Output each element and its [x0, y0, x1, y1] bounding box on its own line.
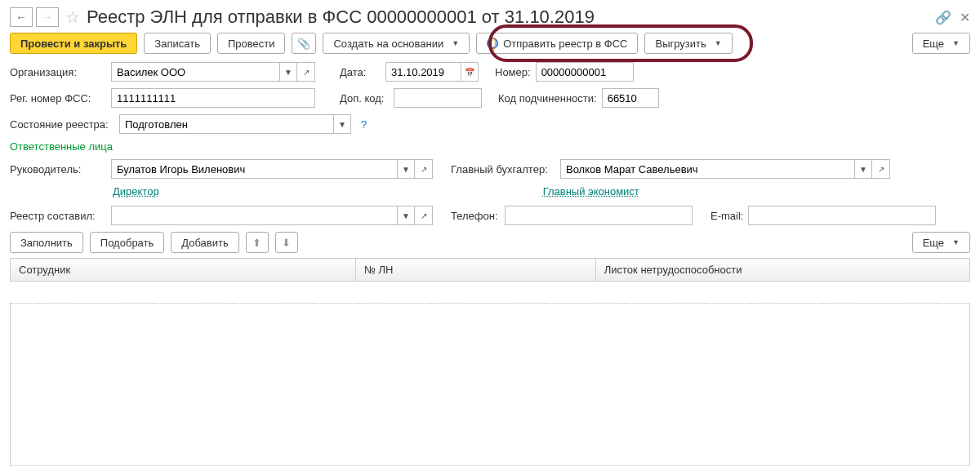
dop-code-label: Доп. код:: [340, 92, 389, 104]
open-icon[interactable]: ↗: [415, 159, 433, 179]
column-sick-leave[interactable]: Листок нетрудоспособности: [595, 259, 969, 282]
attach-button[interactable]: 📎: [292, 33, 316, 54]
phone-input[interactable]: [505, 206, 693, 225]
head-position-link[interactable]: Директор: [113, 185, 159, 198]
number-label: Номер:: [495, 66, 531, 78]
organization-input[interactable]: [111, 62, 279, 82]
dropdown-icon[interactable]: ▼: [397, 206, 415, 225]
create-based-label: Создать на основании: [333, 38, 443, 50]
add-button[interactable]: Добавить: [171, 232, 238, 253]
chevron-down-icon: ▼: [715, 39, 722, 47]
chevron-down-icon: ▼: [952, 238, 960, 246]
send-fss-label: Отправить реестр в ФСС: [503, 38, 627, 50]
dropdown-icon[interactable]: ▼: [854, 159, 872, 179]
head-input[interactable]: [111, 159, 397, 179]
column-ln-number[interactable]: № ЛН: [356, 259, 596, 282]
save-button[interactable]: Записать: [144, 33, 211, 54]
column-employee[interactable]: Сотрудник: [11, 259, 356, 282]
date-input[interactable]: [385, 62, 461, 82]
table-more-label: Еще: [923, 237, 944, 249]
export-label: Выгрузить: [655, 38, 706, 50]
registry-state-input[interactable]: [119, 114, 333, 134]
create-based-on-button[interactable]: Создать на основании ▼: [323, 33, 470, 54]
calendar-icon[interactable]: 📅: [461, 62, 479, 82]
head-label: Руководитель:: [10, 163, 106, 175]
close-icon[interactable]: ✕: [960, 10, 970, 25]
send-to-fss-button[interactable]: Отправить реестр в ФСС: [476, 33, 638, 54]
email-label: E-mail:: [710, 210, 743, 222]
registry-state-label: Состояние реестра:: [10, 118, 114, 131]
more-label: Еще: [923, 38, 944, 50]
move-up-button[interactable]: ⬆: [246, 232, 269, 253]
open-icon[interactable]: ↗: [297, 62, 315, 82]
globe-icon: [487, 38, 498, 49]
responsible-section-title: Ответственные лица: [10, 140, 970, 153]
subordination-code-input[interactable]: [602, 88, 659, 108]
number-input[interactable]: [536, 62, 634, 82]
date-label: Дата:: [340, 66, 381, 78]
registry-table[interactable]: Сотрудник № ЛН Листок нетрудоспособности: [10, 258, 970, 282]
export-button[interactable]: Выгрузить ▼: [644, 33, 732, 54]
subordination-code-label: Код подчиненности:: [498, 92, 597, 104]
post-button[interactable]: Провести: [217, 33, 286, 54]
more-button[interactable]: Еще ▼: [912, 33, 970, 54]
accountant-input[interactable]: [560, 159, 854, 179]
phone-label: Телефон:: [451, 210, 500, 222]
compiled-by-label: Реестр составил:: [10, 210, 106, 222]
organization-label: Организация:: [10, 66, 106, 78]
email-input[interactable]: [748, 206, 936, 225]
accountant-label: Главный бухгалтер:: [451, 163, 555, 175]
chevron-down-icon: ▼: [452, 39, 459, 47]
reg-number-input[interactable]: [111, 88, 315, 108]
accountant-position-link[interactable]: Главный экономист: [543, 185, 639, 198]
dropdown-icon[interactable]: ▼: [333, 114, 351, 134]
move-down-button[interactable]: ⬇: [275, 232, 298, 253]
link-icon[interactable]: 🔗: [935, 10, 951, 25]
fill-button[interactable]: Заполнить: [10, 232, 83, 253]
dop-code-input[interactable]: [394, 88, 482, 108]
table-body-empty[interactable]: [10, 303, 970, 466]
reg-number-label: Рег. номер ФСС:: [10, 92, 106, 104]
dropdown-icon[interactable]: ▼: [279, 62, 297, 82]
pick-button[interactable]: Подобрать: [90, 232, 164, 253]
post-and-close-button[interactable]: Провести и закрыть: [10, 33, 137, 54]
help-icon[interactable]: ?: [361, 118, 367, 131]
forward-button[interactable]: →: [36, 7, 59, 27]
main-toolbar: Провести и закрыть Записать Провести 📎 С…: [10, 33, 970, 54]
open-icon[interactable]: ↗: [872, 159, 890, 179]
open-icon[interactable]: ↗: [415, 206, 433, 225]
dropdown-icon[interactable]: ▼: [397, 159, 415, 179]
compiled-by-input[interactable]: [111, 206, 397, 225]
back-button[interactable]: ←: [10, 7, 33, 27]
table-more-button[interactable]: Еще ▼: [912, 232, 970, 253]
favorite-star-icon[interactable]: ☆: [65, 7, 80, 27]
chevron-down-icon: ▼: [952, 39, 960, 47]
page-title: Реестр ЭЛН для отправки в ФСС 0000000000…: [87, 7, 932, 28]
